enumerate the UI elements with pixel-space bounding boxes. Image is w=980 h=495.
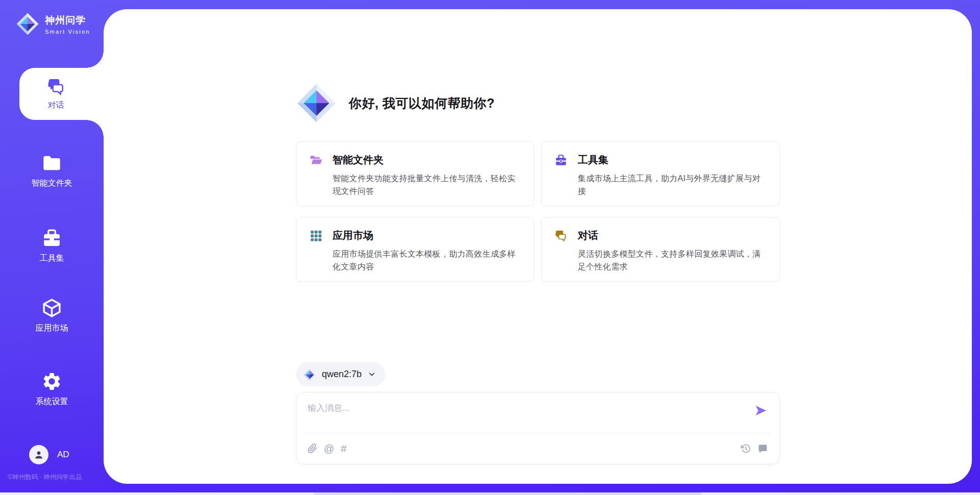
sidebar-item-smart-folder[interactable]: 智能文件夹: [0, 153, 104, 189]
brand-diamond-icon: [303, 368, 316, 381]
card-description: 集成市场上主流工具，助力AI与外界无缝扩展与对接: [578, 172, 766, 197]
sidebar: 神州问学 Smart Vision 对话 智能文件夹 工具集 应用市场 系统设置…: [0, 0, 104, 495]
card-title: 智能文件夹: [333, 153, 384, 167]
model-name: qwen2:7b: [322, 369, 362, 380]
chat-icon: [46, 77, 66, 96]
card-description: 应用市场提供丰富长文本模板，助力高效生成多样化文章内容: [333, 247, 521, 273]
brand: 神州问学 Smart Vision: [16, 12, 90, 36]
folder-open-icon: [309, 154, 323, 167]
person-icon: [34, 450, 44, 460]
card-header: 应用市场: [309, 229, 521, 242]
brand-subtitle: Smart Vision: [45, 29, 90, 35]
history-icon[interactable]: [741, 443, 751, 454]
card-description: 灵活切换多模型文件，支持多样回复效果调试，满足个性化需求: [578, 247, 766, 273]
card-header: 智能文件夹: [309, 153, 521, 167]
brand-diamond-icon: [296, 83, 337, 123]
chat-icon: [554, 229, 568, 242]
sidebar-item-label: 智能文件夹: [32, 178, 72, 189]
greeting: 你好, 我可以如何帮助你?: [296, 83, 495, 123]
model-selector[interactable]: qwen2:7b: [296, 362, 385, 386]
card-title: 工具集: [578, 153, 608, 167]
chevron-down-icon: [368, 370, 376, 379]
composer: @ #: [296, 392, 780, 464]
card-app-market[interactable]: 应用市场 应用市场提供丰富长文本模板，助力高效生成多样化文章内容: [296, 217, 535, 282]
sidebar-item-chat[interactable]: 对话: [19, 68, 104, 120]
brand-name: 神州问学: [45, 14, 90, 27]
sidebar-item-settings[interactable]: 系统设置: [0, 371, 104, 407]
send-icon[interactable]: [754, 404, 768, 417]
paperclip-icon[interactable]: [307, 443, 317, 454]
sidebar-item-label: 工具集: [40, 253, 64, 264]
briefcase-icon: [554, 154, 568, 167]
brand-diamond-icon: [16, 12, 39, 36]
sidebar-item-label: 对话: [48, 100, 64, 111]
card-smart-folder[interactable]: 智能文件夹 智能文件夹功能支持批量文件上传与清洗，轻松实现文件问答: [296, 141, 535, 206]
scrollbar-thumb[interactable]: [314, 492, 702, 495]
copyright-text: ©神州数码 · 神州问学出品: [8, 473, 82, 482]
card-title: 对话: [578, 229, 598, 242]
cube-icon: [41, 298, 62, 318]
tab-fillet-top: [86, 51, 104, 68]
main-content: 你好, 我可以如何帮助你? 智能文件夹 智能文件夹功能支持批量文件上传与清洗，轻…: [296, 9, 780, 484]
card-toolset[interactable]: 工具集 集成市场上主流工具，助力AI与外界无缝扩展与对接: [541, 141, 780, 206]
sidebar-item-toolset[interactable]: 工具集: [0, 228, 104, 264]
card-description: 智能文件夹功能支持批量文件上传与清洗，轻松实现文件问答: [333, 172, 521, 197]
brand-text: 神州问学 Smart Vision: [45, 14, 90, 35]
user-initials: AD: [57, 450, 69, 460]
user-profile[interactable]: AD: [29, 445, 69, 464]
sidebar-item-label: 应用市场: [36, 323, 68, 334]
grid-icon: [309, 229, 323, 242]
card-chat[interactable]: 对话 灵活切换多模型文件，支持多样回复效果调试，满足个性化需求: [541, 217, 780, 282]
message-input[interactable]: [308, 400, 747, 417]
tab-fillet-bottom: [86, 120, 104, 137]
sidebar-item-app-market[interactable]: 应用市场: [0, 298, 104, 334]
sidebar-item-label: 系统设置: [36, 397, 68, 407]
briefcase-icon: [41, 228, 62, 249]
card-header: 工具集: [554, 153, 766, 167]
hash-icon[interactable]: #: [341, 443, 347, 454]
feature-cards: 智能文件夹 智能文件夹功能支持批量文件上传与清洗，轻松实现文件问答 工具集 集成…: [296, 141, 780, 282]
gear-icon: [41, 371, 62, 392]
main-panel: 你好, 我可以如何帮助你? 智能文件夹 智能文件夹功能支持批量文件上传与清洗，轻…: [104, 9, 972, 484]
comment-icon[interactable]: [757, 443, 768, 454]
folder-icon: [41, 153, 62, 174]
card-header: 对话: [554, 229, 766, 242]
composer-toolbar: @ #: [307, 433, 768, 464]
mention-icon[interactable]: @: [324, 443, 334, 454]
horizontal-scrollbar[interactable]: [0, 492, 980, 495]
card-title: 应用市场: [333, 229, 374, 242]
greeting-title: 你好, 我可以如何帮助你?: [349, 95, 495, 112]
avatar: [29, 445, 48, 464]
